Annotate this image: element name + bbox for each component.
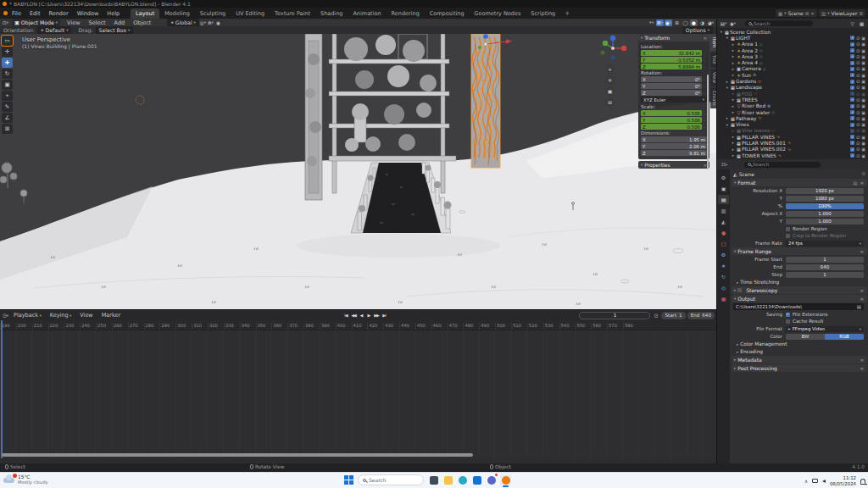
format-section-header[interactable]: ▾Format ▤ ≡ [732, 179, 867, 186]
visibility-eye-icon[interactable]: ʘ [856, 85, 860, 90]
n-panel-tab-view[interactable]: View [710, 69, 716, 86]
shading-dropdown-icon[interactable]: ◕▾ [707, 19, 715, 26]
taskbar-icon-explorer[interactable] [428, 474, 439, 485]
tool-add-primitive[interactable]: ⊞ [2, 124, 13, 134]
value-field[interactable]: X0.506 [641, 110, 702, 116]
outliner-row[interactable]: ▸▣Camera◇✓ʘ▣ [717, 66, 868, 72]
render-camera-icon[interactable]: ▣ [861, 110, 865, 115]
collection-checkbox-icon[interactable]: ✓ [850, 54, 854, 58]
outliner-row[interactable]: ▸▦FOG▽✓ʘ▣ [717, 91, 868, 97]
viewport-menu-view[interactable]: View [63, 19, 84, 26]
viewlayer-selector[interactable]: ▥▾ ViewLayer ⊞ [819, 9, 865, 17]
collection-checkbox-icon[interactable]: ✓ [850, 92, 854, 96]
title-bar[interactable]: * BABYLON [C:\Users\322134\Downloads\BAB… [0, 0, 868, 8]
camera-view-icon[interactable]: ▣ [605, 86, 615, 96]
visibility-eye-icon[interactable]: ʘ [856, 48, 860, 53]
device-icon[interactable] [812, 479, 818, 483]
render-camera-icon[interactable]: ▣ [861, 153, 865, 158]
properties-search[interactable]: Search [744, 162, 821, 168]
pivot-point-dropdown[interactable]: ◎▾ [199, 19, 207, 26]
tool-select-box[interactable]: ▭ [2, 36, 13, 46]
visibility-eye-icon[interactable]: ʘ [856, 97, 860, 103]
taskbar-icon-mail[interactable] [486, 474, 497, 485]
outliner-row[interactable]: ▾▦Vines✓ʘ▣ [717, 121, 868, 127]
collection-checkbox-icon[interactable]: ✓ [850, 104, 854, 108]
lock-icon[interactable]: ◦ [702, 58, 707, 63]
show-overlays-icon[interactable]: ⊠▾ [656, 19, 664, 26]
visibility-eye-icon[interactable]: ʘ [856, 128, 860, 133]
collection-checkbox-icon[interactable]: ✓ [850, 67, 854, 71]
property-value-field[interactable]: 1080 px [786, 196, 864, 202]
properties-tab-scene[interactable]: ◭ [718, 217, 729, 226]
collection-checkbox-icon[interactable]: ✓ [850, 61, 854, 65]
file-extensions-checkbox[interactable] [786, 313, 790, 317]
timeline-ruler[interactable]: 1902002102202302402502602702802903003103… [0, 320, 716, 330]
property-value-field[interactable]: 1.000 [786, 219, 864, 225]
visibility-eye-icon[interactable]: ʘ [856, 73, 860, 78]
outliner-row[interactable]: ▸▦PILLAR VINES.001∿✓ʘ▣ [717, 140, 868, 146]
property-value-field[interactable]: 100% [786, 203, 864, 209]
visibility-eye-icon[interactable]: ʘ [856, 60, 860, 65]
add-workspace-button[interactable]: + [560, 10, 574, 17]
outliner-row[interactable]: ▸☀Area 3◇✓ʘ▣ [717, 53, 868, 59]
xray-toggle-icon[interactable]: ◉▾ [665, 19, 672, 26]
folder-browse-icon[interactable]: ▤ [857, 304, 861, 309]
workspace-tab-shading[interactable]: Shading [315, 8, 348, 19]
visibility-eye-icon[interactable]: ʘ [856, 135, 860, 140]
stereoscopy-section-header[interactable]: ▸ Stereoscopy≡ [732, 286, 867, 294]
play-reverse-button[interactable]: ◀ [358, 311, 364, 319]
filter-funnel-icon[interactable]: ▽ [849, 20, 856, 27]
outliner-row[interactable]: ▾▦Scene Collection [717, 29, 868, 35]
collection-checkbox-icon[interactable]: ✓ [850, 141, 854, 145]
time-stretching-subsection[interactable]: ▸Time Stretching [737, 279, 864, 286]
properties-tab-view-layer[interactable]: ▥ [718, 206, 729, 215]
collection-checkbox-icon[interactable]: ✓ [850, 80, 854, 84]
menu-edit[interactable]: Edit [25, 10, 45, 17]
editor-type-icon[interactable]: ⊡▾ [2, 19, 9, 26]
visibility-eye-icon[interactable]: ʘ [856, 153, 860, 158]
visibility-eye-icon[interactable]: ʘ [856, 116, 860, 121]
outliner-search[interactable]: Search [745, 20, 813, 26]
outliner-row[interactable]: ▸▦TREES✓ʘ▣ [717, 97, 868, 103]
subsection-color-management[interactable]: ▸Color Management [737, 341, 864, 347]
taskbar-search[interactable]: Search [358, 474, 424, 485]
outliner-row[interactable]: ▸▦TOWER VINES∿✓ʘ▣ [717, 152, 868, 158]
shading-material-icon[interactable]: ● [690, 19, 698, 26]
section-post-processing[interactable]: ▸Post Processing≡ [732, 364, 867, 372]
value-field[interactable]: Y0° [641, 83, 702, 89]
axis-navigation-gizmo[interactable] [598, 34, 627, 63]
workspace-tab-uv-editing[interactable]: UV Editing [231, 8, 270, 19]
file-extensions-row[interactable]: Saving File Extensions [730, 311, 868, 318]
collection-checkbox-icon[interactable]: ✓ [850, 86, 854, 90]
options-dropdown[interactable]: Options▾ [682, 26, 713, 34]
n-panel-tab-tool[interactable]: Tool [710, 52, 716, 67]
outliner-row[interactable]: ▸☀Area 1◇✓ʘ▣ [717, 42, 868, 47]
taskbar-icon-blender[interactable] [500, 474, 511, 485]
frame-start-field[interactable]: Start1 [661, 312, 685, 319]
tool-scale[interactable]: ▣ [2, 80, 13, 90]
drag-dropdown[interactable]: Select Box▾ [96, 26, 134, 34]
properties-tab-tool[interactable]: ⚙ [718, 173, 729, 182]
properties-tab-data[interactable]: ▦ [718, 294, 729, 303]
perspective-toggle-icon[interactable]: ⊞ [605, 97, 615, 107]
next-keyframe-button[interactable]: ▶▶ [373, 311, 380, 319]
collection-checkbox-icon[interactable]: ✓ [850, 97, 854, 102]
workspace-tab-geometry-nodes[interactable]: Geometry Nodes [470, 8, 526, 19]
panel-menu-icon[interactable]: ≡ [704, 36, 707, 41]
rotation-mode-dropdown[interactable]: XYZ Euler▾ [641, 97, 707, 103]
properties-tab-particles[interactable]: ∗ [718, 261, 729, 270]
render-camera-icon[interactable]: ▣ [861, 122, 865, 127]
frame-rate-dropdown[interactable]: 24 fps▾ [786, 241, 864, 247]
menu-window[interactable]: Window [73, 10, 103, 17]
new-scene-icon[interactable]: ⊞ [805, 11, 810, 16]
properties-tab-constraints[interactable]: ◎ [718, 283, 729, 292]
format-presets-icon[interactable]: ▤ ≡ [853, 180, 865, 186]
visibility-eye-icon[interactable]: ʘ [856, 147, 860, 152]
properties-tab-object[interactable]: □ [718, 239, 729, 248]
n-panel-tab-create[interactable]: Create [710, 87, 716, 109]
workspace-tab-animation[interactable]: Animation [348, 8, 386, 19]
shading-wireframe-icon[interactable]: ⊞ [673, 19, 681, 26]
frame-end-field[interactable]: End640 [687, 312, 715, 319]
workspace-tab-modeling[interactable]: Modeling [159, 8, 195, 19]
tool-measure[interactable]: ∠ [2, 113, 13, 123]
